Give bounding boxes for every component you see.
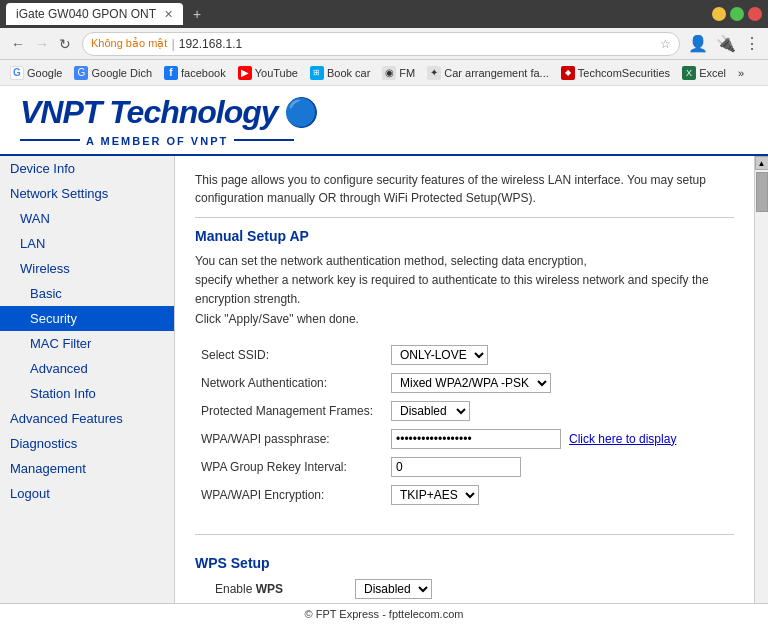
sidebar-item-management[interactable]: Management bbox=[0, 456, 174, 481]
bookmark-techcom-label: TechcomSecurities bbox=[578, 67, 670, 79]
page-header-text: This page allows you to configure securi… bbox=[195, 171, 734, 207]
encryption-dropdown[interactable]: TKIP+AES AES TKIP bbox=[391, 485, 479, 505]
encryption-label: WPA/WAPI Encryption: bbox=[195, 481, 385, 509]
rekey-label: WPA Group Rekey Interval: bbox=[195, 453, 385, 481]
minimize-button[interactable] bbox=[712, 7, 726, 21]
divider-1 bbox=[195, 217, 734, 218]
sidebar-item-network-settings[interactable]: Network Settings bbox=[0, 181, 174, 206]
select-ssid-row: Select SSID: ONLY-LOVE bbox=[195, 341, 734, 369]
sidebar-item-wan[interactable]: WAN bbox=[0, 206, 174, 231]
pmf-label: Protected Management Frames: bbox=[195, 397, 385, 425]
bookmark-fm[interactable]: ◉ FM bbox=[378, 64, 419, 82]
sidebar-item-wireless[interactable]: Wireless bbox=[0, 256, 174, 281]
pmf-dropdown[interactable]: Disabled Optional Required bbox=[391, 401, 470, 421]
bookmark-star-icon[interactable]: ☆ bbox=[660, 37, 671, 51]
footer-bar: © FPT Express - fpttelecom.com bbox=[0, 603, 768, 625]
car-arrangement-icon: ✦ bbox=[427, 66, 441, 80]
rekey-input[interactable] bbox=[391, 457, 521, 477]
vnpt-header: VNPT Technology 🔵 A MEMBER OF VNPT bbox=[0, 86, 768, 156]
bookmark-techcom[interactable]: ◆ TechcomSecurities bbox=[557, 64, 674, 82]
security-badge: Không bảo mật bbox=[91, 37, 167, 50]
sidebar-item-diagnostics[interactable]: Diagnostics bbox=[0, 431, 174, 456]
rekey-row: WPA Group Rekey Interval: bbox=[195, 453, 734, 481]
security-form: Select SSID: ONLY-LOVE Network Authentic… bbox=[195, 341, 734, 509]
footer-text: © FPT Express - fpttelecom.com bbox=[305, 608, 464, 620]
fm-icon: ◉ bbox=[382, 66, 396, 80]
tab-close-icon[interactable]: ✕ bbox=[164, 8, 173, 21]
sidebar-item-advanced-features[interactable]: Advanced Features bbox=[0, 406, 174, 431]
bookmark-car-arrangement-label: Car arrangement fa... bbox=[444, 67, 549, 79]
youtube-icon: ▶ bbox=[238, 66, 252, 80]
extensions-icon[interactable]: 🔌 bbox=[714, 32, 738, 55]
excel-icon: X bbox=[682, 66, 696, 80]
bookmark-facebook[interactable]: f facebook bbox=[160, 64, 230, 82]
profile-icon[interactable]: 👤 bbox=[686, 32, 710, 55]
vnpt-logo-symbol: 🔵 bbox=[284, 96, 319, 129]
browser-tab[interactable]: iGate GW040 GPON ONT ✕ bbox=[6, 3, 183, 25]
address-text: 192.168.1.1 bbox=[179, 37, 660, 51]
wps-label: Enable WPS bbox=[215, 582, 345, 596]
vnpt-subtitle: A MEMBER OF VNPT bbox=[86, 135, 228, 147]
bookmark-youtube-label: YouTube bbox=[255, 67, 298, 79]
bookmark-excel[interactable]: X Excel bbox=[678, 64, 730, 82]
vnpt-logo-block: VNPT Technology 🔵 A MEMBER OF VNPT bbox=[20, 94, 319, 147]
new-tab-button[interactable]: + bbox=[185, 2, 209, 26]
scrollbar-track[interactable]: ▲ bbox=[754, 156, 768, 603]
pmf-row: Protected Management Frames: Disabled Op… bbox=[195, 397, 734, 425]
main-content: This page allows you to configure securi… bbox=[175, 156, 754, 603]
techcom-icon: ◆ bbox=[561, 66, 575, 80]
passphrase-input[interactable] bbox=[391, 429, 561, 449]
sidebar: Device Info Network Settings WAN LAN Wir… bbox=[0, 156, 175, 603]
bookmark-bookcar[interactable]: ⊞ Book car bbox=[306, 64, 374, 82]
passphrase-label: WPA/WAPI passphrase: bbox=[195, 425, 385, 453]
facebook-icon: f bbox=[164, 66, 178, 80]
google-icon: G bbox=[10, 66, 24, 80]
bookmark-youtube[interactable]: ▶ YouTube bbox=[234, 64, 302, 82]
wps-dropdown[interactable]: Disabled Enabled bbox=[355, 579, 432, 599]
bookmark-google-label: Google bbox=[27, 67, 62, 79]
passphrase-row: WPA/WAPI passphrase: Click here to displ… bbox=[195, 425, 734, 453]
bookmark-more-label: » bbox=[738, 67, 744, 79]
bookmark-more[interactable]: » bbox=[734, 65, 748, 81]
select-ssid-label: Select SSID: bbox=[195, 341, 385, 369]
bookmark-google-dich-label: Google Dich bbox=[91, 67, 152, 79]
back-button[interactable]: ← bbox=[6, 34, 30, 54]
network-auth-row: Network Authentication: Mixed WPA2/WPA -… bbox=[195, 369, 734, 397]
sidebar-item-lan[interactable]: LAN bbox=[0, 231, 174, 256]
sidebar-item-mac-filter[interactable]: MAC Filter bbox=[0, 331, 174, 356]
sidebar-item-station-info[interactable]: Station Info bbox=[0, 381, 174, 406]
wps-row: Enable WPS Disabled Enabled bbox=[195, 579, 734, 599]
bookmark-fm-label: FM bbox=[399, 67, 415, 79]
click-display-link[interactable]: Click here to display bbox=[569, 432, 676, 446]
wps-section-title: WPS Setup bbox=[195, 555, 734, 571]
encryption-row: WPA/WAPI Encryption: TKIP+AES AES TKIP bbox=[195, 481, 734, 509]
scroll-up-button[interactable]: ▲ bbox=[755, 156, 769, 170]
network-auth-dropdown[interactable]: Mixed WPA2/WPA -PSK bbox=[391, 373, 551, 393]
manual-section-title: Manual Setup AP bbox=[195, 228, 734, 244]
sidebar-item-basic[interactable]: Basic bbox=[0, 281, 174, 306]
network-auth-label: Network Authentication: bbox=[195, 369, 385, 397]
maximize-button[interactable] bbox=[730, 7, 744, 21]
sidebar-item-security[interactable]: Security bbox=[0, 306, 174, 331]
google-dich-icon: G bbox=[74, 66, 88, 80]
bookmark-google[interactable]: G Google bbox=[6, 64, 66, 82]
sidebar-item-advanced[interactable]: Advanced bbox=[0, 356, 174, 381]
menu-icon[interactable]: ⋮ bbox=[742, 32, 762, 55]
bookmark-car-arrangement[interactable]: ✦ Car arrangement fa... bbox=[423, 64, 553, 82]
forward-button[interactable]: → bbox=[30, 34, 54, 54]
bookcar-icon: ⊞ bbox=[310, 66, 324, 80]
manual-section-desc: You can set the network authentication m… bbox=[195, 252, 734, 329]
vnpt-logo-text: VNPT Technology bbox=[20, 94, 278, 131]
tab-title: iGate GW040 GPON ONT bbox=[16, 7, 156, 21]
address-bar[interactable]: Không bảo mật | 192.168.1.1 ☆ bbox=[82, 32, 680, 56]
bookmark-facebook-label: facebook bbox=[181, 67, 226, 79]
close-button[interactable] bbox=[748, 7, 762, 21]
sidebar-item-logout[interactable]: Logout bbox=[0, 481, 174, 506]
sidebar-item-device-info[interactable]: Device Info bbox=[0, 156, 174, 181]
bookmark-bookcar-label: Book car bbox=[327, 67, 370, 79]
select-ssid-dropdown[interactable]: ONLY-LOVE bbox=[391, 345, 488, 365]
bookmark-google-dich[interactable]: G Google Dich bbox=[70, 64, 156, 82]
scroll-thumb[interactable] bbox=[756, 172, 768, 212]
bookmark-excel-label: Excel bbox=[699, 67, 726, 79]
reload-button[interactable]: ↻ bbox=[54, 34, 76, 54]
